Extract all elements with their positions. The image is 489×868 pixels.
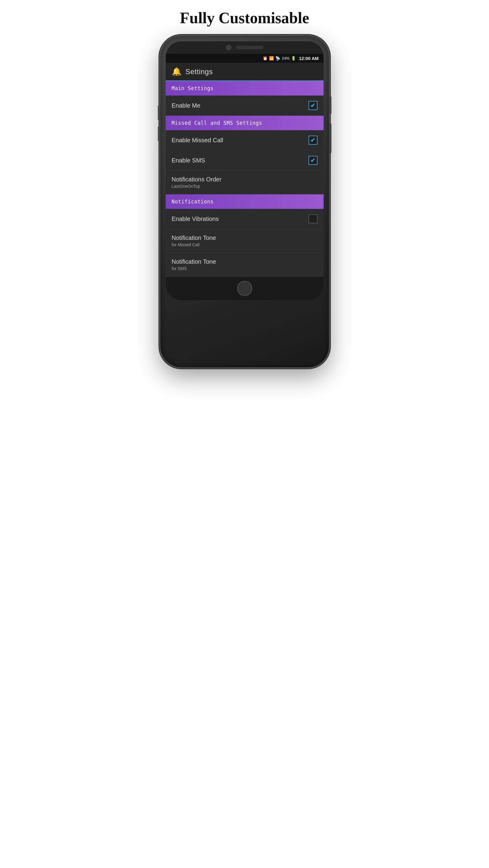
notification-tone-missed-sublabel: for Missed Call	[172, 242, 216, 247]
bell-icon: 🔔	[172, 67, 182, 76]
notification-tone-missed-label: Notification Tone	[172, 235, 216, 241]
enable-vibrations-checkbox[interactable]	[308, 214, 318, 223]
notifications-order-label: Notifications Order	[172, 176, 222, 183]
app-header-title: Settings	[186, 67, 213, 76]
setting-notification-tone-missed-call[interactable]: Notification Tone for Missed Call	[166, 229, 324, 253]
battery-icon: 🔋	[291, 56, 296, 61]
phone-top-bar	[166, 41, 324, 54]
section-header-missed-call[interactable]: Missed Call and SMS Settings	[166, 116, 324, 130]
enable-sms-checkbox[interactable]: ✔	[308, 156, 318, 165]
setting-enable-me[interactable]: Enable Me ✔	[166, 96, 324, 116]
setting-enable-me-label: Enable Me	[172, 102, 201, 109]
phone-screen: ⏰ 📶 📡 24% 🔋 12:00 AM 🔔 Settings Main Set…	[166, 41, 324, 300]
checkmark-icon: ✔	[310, 102, 316, 108]
setting-enable-missed-call[interactable]: Enable Missed Call ✔	[166, 130, 324, 150]
section-header-notifications-label: Notifications	[172, 198, 214, 205]
phone-shell: ⏰ 📶 📡 24% 🔋 12:00 AM 🔔 Settings Main Set…	[160, 36, 329, 367]
signal-icon: 📡	[275, 56, 280, 61]
notifications-order-sublabel: LastOneOnTop	[172, 184, 222, 189]
setting-enable-vibrations-label: Enable Vibrations	[172, 216, 219, 222]
setting-enable-sms-label: Enable SMS	[172, 157, 205, 164]
home-button[interactable]	[237, 281, 252, 296]
status-icons: ⏰ 📶 📡 24% 🔋	[263, 56, 296, 61]
battery-percent: 24%	[282, 56, 290, 61]
setting-enable-sms[interactable]: Enable SMS ✔	[166, 150, 324, 170]
phone-bottom-nav	[166, 277, 324, 300]
checkmark-icon-2: ✔	[310, 137, 316, 143]
section-header-missed-call-label: Missed Call and SMS Settings	[172, 120, 262, 126]
notification-tone-missed-content: Notification Tone for Missed Call	[172, 235, 216, 247]
enable-missed-call-checkbox[interactable]: ✔	[308, 135, 318, 145]
enable-me-checkbox[interactable]: ✔	[308, 101, 318, 110]
speaker-grille	[236, 46, 263, 49]
alarm-icon: ⏰	[263, 56, 267, 61]
camera-dot	[226, 45, 231, 50]
volume-down-button[interactable]	[158, 126, 160, 141]
notification-tone-sms-sublabel: for SMS	[172, 266, 216, 271]
status-time: 12:00 AM	[299, 56, 319, 61]
app-content: 🔔 Settings Main Settings Enable Me ✔	[166, 63, 324, 277]
notification-tone-sms-label: Notification Tone	[172, 258, 216, 265]
section-header-main-settings-label: Main Settings	[172, 85, 214, 91]
section-header-notifications[interactable]: Notifications	[166, 194, 324, 209]
settings-list: Main Settings Enable Me ✔ Missed Call an…	[166, 81, 324, 277]
wifi-icon: 📶	[269, 56, 274, 61]
app-header: 🔔 Settings	[166, 63, 324, 81]
section-header-main-settings[interactable]: Main Settings	[166, 81, 324, 96]
checkmark-icon-3: ✔	[310, 157, 316, 163]
volume-up-button[interactable]	[158, 105, 160, 120]
setting-enable-missed-call-label: Enable Missed Call	[172, 137, 223, 144]
setting-notifications-order[interactable]: Notifications Order LastOneOnTop	[166, 170, 324, 194]
setting-enable-vibrations[interactable]: Enable Vibrations	[166, 209, 324, 229]
notification-tone-sms-content: Notification Tone for SMS	[172, 258, 216, 271]
page-title: Fully Customisable	[180, 9, 309, 27]
setting-notification-tone-sms[interactable]: Notification Tone for SMS	[166, 253, 324, 277]
status-bar: ⏰ 📶 📡 24% 🔋 12:00 AM	[166, 54, 324, 63]
notifications-order-content: Notifications Order LastOneOnTop	[172, 176, 222, 189]
